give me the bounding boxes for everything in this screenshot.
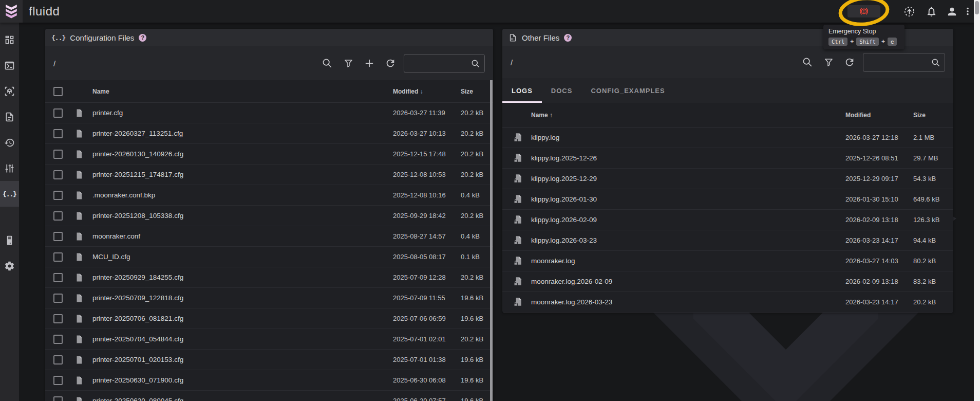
table-row[interactable]: klippy.log.2026-02-092026-02-09 13:18126… (502, 210, 953, 230)
column-header-modified[interactable]: Modified (845, 112, 913, 119)
table-row[interactable]: printer-20251215_174817.cfg2025-12-08 10… (45, 165, 493, 185)
table-row[interactable]: printer-20260130_140926.cfg2025-12-15 17… (45, 144, 493, 165)
select-all-checkbox[interactable] (53, 87, 63, 96)
row-checkbox[interactable] (53, 170, 63, 179)
table-row[interactable]: klippy.log.2025-12-292025-12-29 09:1754.… (502, 169, 953, 189)
table-row[interactable]: printer-20250709_122818.cfg2025-07-09 11… (45, 288, 493, 308)
file-name: printer-20250706_081821.cfg (88, 315, 393, 322)
table-row[interactable]: printer-20250706_081821.cfg2025-07-06 06… (45, 308, 493, 329)
table-row[interactable]: klippy.log2026-03-27 12:182.1 MB (502, 127, 953, 148)
refresh-button[interactable] (384, 57, 397, 69)
notifications-bell-icon[interactable] (924, 4, 938, 19)
table-row[interactable]: .moonraker.conf.bkp2025-12-08 10:160.4 k… (45, 185, 493, 206)
search-toggle-button[interactable] (801, 56, 814, 68)
column-header-size[interactable]: Size (461, 88, 493, 95)
table-row[interactable]: moonraker.conf2025-08-27 14:570.4 kB (45, 226, 493, 247)
filter-button[interactable] (822, 56, 835, 68)
table-row[interactable]: moonraker.log2026-03-27 14:0380.2 kB (502, 251, 953, 271)
row-checkbox[interactable] (53, 232, 63, 241)
sidebar-item-configure[interactable]: {..} (0, 181, 19, 207)
row-checkbox[interactable] (53, 335, 63, 344)
row-checkbox[interactable] (53, 355, 63, 364)
file-size: 0.4 kB (461, 191, 493, 199)
search-input[interactable] (868, 53, 928, 71)
file-modified: 2026-03-27 11:39 (393, 109, 461, 117)
row-checkbox[interactable] (53, 129, 63, 138)
browser-scrollbar-track[interactable] (974, 0, 980, 401)
other-files-panel: Other Files ? / (502, 29, 953, 313)
row-checkbox[interactable] (53, 314, 63, 323)
column-header-name[interactable]: Name ↑ (527, 112, 845, 119)
row-checkbox[interactable] (53, 396, 63, 401)
file-name: printer.cfg (88, 109, 393, 117)
dashboard-icon (4, 34, 15, 45)
file-name: printer-20260130_140926.cfg (88, 150, 393, 158)
table-row[interactable]: klippy.log.2026-03-232026-03-23 14:1794.… (502, 230, 953, 251)
file-size: 0.1 kB (461, 253, 493, 261)
table-row[interactable]: printer-20250620_080045.cfg2025-06-20 07… (45, 391, 493, 401)
table-row[interactable]: moonraker.log.2026-02-092026-02-09 13:18… (502, 271, 953, 292)
sidebar-item-system[interactable] (0, 227, 19, 253)
sidebar-item-history[interactable] (0, 130, 19, 155)
user-account-icon[interactable] (945, 4, 959, 19)
table-row[interactable]: klippy.log.2025-12-262025-12-26 08:5129.… (502, 148, 953, 169)
sidebar-item-console[interactable] (0, 52, 19, 78)
file-modified: 2025-12-29 09:17 (845, 175, 913, 183)
table-row[interactable]: printer-20250929_184255.cfg2025-07-09 12… (45, 267, 493, 288)
help-icon[interactable]: ? (139, 34, 146, 42)
fluidd-logo[interactable] (0, 0, 23, 23)
table-row[interactable]: printer-20260327_113251.cfg2026-03-27 10… (45, 123, 493, 144)
file-size: 94.4 kB (913, 236, 953, 244)
file-name: klippy.log.2025-12-29 (527, 175, 845, 183)
browser-scrollbar-thumb[interactable] (975, 1, 979, 14)
tune-icon (4, 163, 15, 174)
row-checkbox[interactable] (53, 294, 63, 303)
table-row[interactable]: MCU_ID.cfg2025-08-05 08:170.1 kB (45, 247, 493, 267)
row-checkbox[interactable] (53, 108, 63, 118)
tab-logs[interactable]: LOGS (502, 78, 542, 103)
table-row[interactable]: moonraker.log.2026-03-232026-03-23 14:17… (502, 292, 953, 313)
table-row[interactable]: printer-20251208_105338.cfg2025-09-29 18… (45, 206, 493, 226)
refresh-button[interactable] (843, 56, 856, 68)
emergency-stop-button[interactable] (847, 5, 880, 17)
row-checkbox[interactable] (53, 376, 63, 385)
software-update-icon[interactable] (902, 4, 916, 19)
row-checkbox[interactable] (53, 211, 63, 221)
row-checkbox[interactable] (53, 191, 63, 200)
row-checkbox[interactable] (53, 150, 63, 159)
file-modified: 2025-06-30 06:08 (393, 376, 461, 384)
panel-scrollbar-thumb[interactable] (490, 80, 493, 401)
breadcrumb-root-path[interactable]: / (53, 59, 55, 68)
row-checkbox[interactable] (53, 252, 63, 262)
breadcrumb-root-path[interactable]: / (511, 58, 513, 67)
column-header-name[interactable]: Name (88, 88, 393, 95)
file-modified: 2026-02-09 13:18 (845, 216, 913, 224)
table-row[interactable]: printer-20250630_071900.cfg2025-06-30 06… (45, 370, 493, 391)
sidebar-item-gcode-preview[interactable] (0, 78, 19, 104)
sidebar-item-dashboard[interactable] (0, 27, 19, 52)
column-header-size[interactable]: Size (913, 112, 953, 119)
filter-button[interactable] (342, 57, 354, 69)
search-input[interactable] (408, 54, 469, 72)
table-row[interactable]: printer-20250704_054844.cfg2025-07-01 02… (45, 329, 493, 350)
file-icon (70, 191, 88, 200)
file-name: moonraker.log.2026-03-23 (527, 298, 845, 306)
tab-config_examples[interactable]: CONFIG_EXAMPLES (581, 78, 674, 103)
sidebar-item-jobs[interactable] (0, 104, 19, 130)
column-header-modified[interactable]: Modified ↓ (393, 88, 461, 95)
file-modified: 2025-06-20 07:57 (393, 397, 461, 401)
table-row[interactable]: printer-20250701_020153.cfg2025-07-01 01… (45, 350, 493, 370)
overflow-menu-icon[interactable] (960, 4, 975, 19)
file-lock-icon (508, 153, 527, 163)
row-checkbox[interactable] (53, 273, 63, 282)
tab-docs[interactable]: DOCS (542, 78, 582, 103)
table-row[interactable]: printer.cfg2026-03-27 11:3920.2 kB (45, 103, 493, 123)
sidebar-item-tune[interactable] (0, 155, 19, 181)
file-icon (70, 294, 88, 303)
search-toggle-button[interactable] (321, 57, 333, 69)
help-icon[interactable]: ? (564, 34, 572, 42)
add-file-button[interactable] (363, 57, 375, 69)
table-row[interactable]: klippy.log.2026-01-302026-01-30 15:10649… (502, 189, 953, 210)
file-modified: 2025-07-01 02:01 (393, 335, 461, 343)
sidebar-item-settings[interactable] (0, 253, 19, 279)
